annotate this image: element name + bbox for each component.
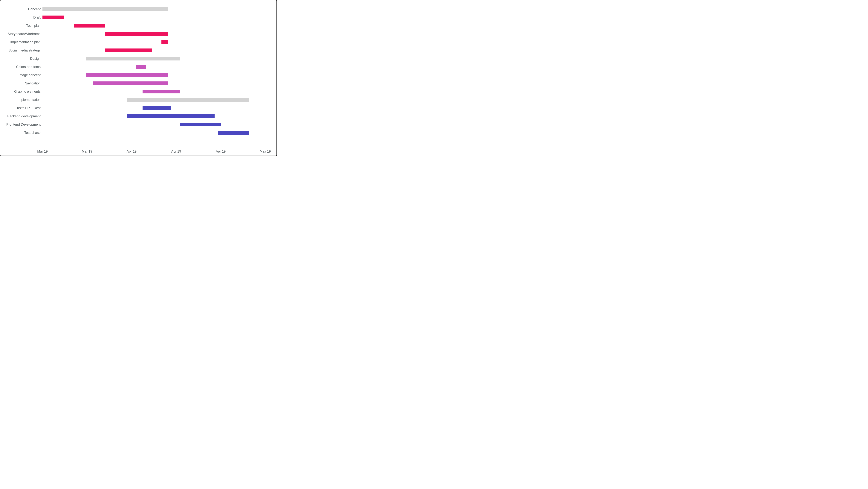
gantt-row: Texts HP + Rest (0, 104, 273, 112)
gantt-bar (42, 7, 167, 11)
gantt-bar (143, 90, 180, 93)
task-label: Implementation (0, 98, 40, 102)
task-label: Colors and fonts (0, 65, 40, 69)
gantt-row: Implementation plan (0, 38, 273, 46)
x-axis-tick: Mar 19 (37, 146, 48, 153)
bar-track (42, 7, 261, 11)
x-axis-tick: Mar 19 (82, 146, 92, 153)
gantt-row: Design (0, 55, 273, 63)
bar-track (42, 114, 261, 118)
bar-track (42, 24, 261, 28)
gantt-row: Implementation (0, 96, 273, 104)
task-label: Texts HP + Rest (0, 106, 40, 110)
gantt-bar (93, 81, 167, 85)
bar-track (42, 73, 261, 77)
gantt-row: Tech plan (0, 22, 273, 30)
task-label: Implementation plan (0, 40, 40, 44)
x-axis-tick: May 19 (260, 146, 271, 153)
task-label: Tech plan (0, 24, 40, 28)
x-axis-tick: Apr 19 (127, 146, 136, 153)
gantt-row: Navigation (0, 79, 273, 87)
gantt-row: Backend development (0, 112, 273, 120)
bar-track (42, 65, 261, 69)
x-axis: Mar 19Mar 19Apr 19Apr 19Apr 19May 19 (42, 146, 265, 155)
gantt-bar (218, 131, 249, 135)
gantt-bar (136, 65, 146, 69)
task-label: Test phase (0, 131, 40, 135)
gantt-bar (105, 32, 168, 36)
gantt-bar (86, 57, 180, 60)
gantt-bar (180, 123, 221, 126)
bar-track (42, 40, 261, 44)
gantt-row: Frontend Development (0, 120, 273, 128)
task-label: Design (0, 57, 40, 61)
gantt-bar (105, 49, 152, 52)
task-label: Backend development (0, 114, 40, 118)
gantt-chart: ConceptDraftTech planStoryboard/Wirefram… (0, 0, 277, 156)
task-label: Draft (0, 16, 40, 20)
task-label: Social media strategy (0, 49, 40, 52)
gantt-row: Graphic elements (0, 87, 273, 96)
gantt-bar (161, 40, 167, 44)
gantt-row: Social media strategy (0, 46, 273, 55)
task-label: Concept (0, 7, 40, 11)
gantt-bar (74, 24, 105, 28)
bar-track (42, 49, 261, 52)
bar-track (42, 32, 261, 36)
gantt-row: Storyboard/Wireframe (0, 30, 273, 38)
gantt-row: Test phase (0, 128, 273, 137)
x-axis-tick: Apr 19 (216, 146, 226, 153)
gantt-row: Draft (0, 13, 273, 22)
gantt-row: Colors and fonts (0, 63, 273, 71)
gantt-bar (86, 73, 167, 77)
gantt-bar (42, 16, 64, 19)
task-label: Storyboard/Wireframe (0, 32, 40, 36)
task-label: Navigation (0, 81, 40, 85)
bar-track (42, 90, 261, 93)
bar-track (42, 16, 261, 19)
task-label: Frontend Development (0, 123, 40, 126)
gantt-bar (127, 114, 215, 118)
plot-area: ConceptDraftTech planStoryboard/Wirefram… (0, 2, 277, 146)
bar-track (42, 98, 261, 102)
bar-track (42, 131, 261, 135)
gantt-bar (143, 106, 171, 110)
gantt-bar (127, 98, 249, 102)
task-label: Image concept (0, 73, 40, 77)
task-label: Graphic elements (0, 90, 40, 94)
gantt-row: Image concept (0, 71, 273, 79)
bar-track (42, 81, 261, 85)
gantt-row: Concept (0, 5, 273, 13)
bar-track (42, 123, 261, 126)
bar-track (42, 57, 261, 60)
bar-track (42, 106, 261, 110)
x-axis-tick: Apr 19 (171, 146, 181, 153)
